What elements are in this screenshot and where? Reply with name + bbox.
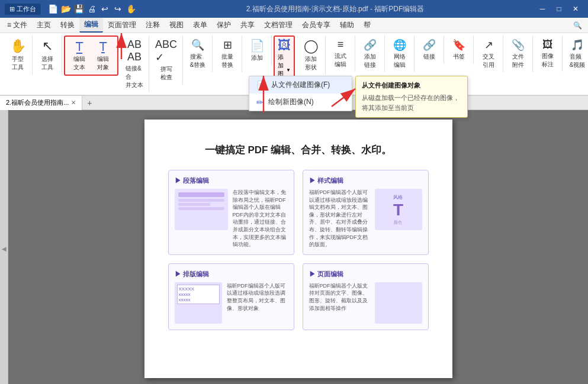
menu-bar: ≡ 文件 主页 转换 编辑 页面管理 注释 视图 表单 保护 共享 文档管理 会… [0,18,588,33]
sidebar-collapse-icon[interactable]: ◀ [2,246,7,252]
edit-object-icon: Ṯ [99,40,107,54]
menu-home[interactable]: 主页 [32,18,56,32]
feature-desc-paragraph: 在段落中编辑文本，免除布局之忧，福昕PDF编辑器个人版在编辑PDF内的非文对文本… [233,189,288,249]
tooltip-text: 从磁盘加载一个已经存在的图像，将其添加至当前页 [362,93,461,112]
add-link-button[interactable]: 🔗 添加链接 [359,37,381,71]
flow-icon: ≡ [338,38,344,51]
feature-title-paragraph: ▶ 段落编辑 [175,176,288,185]
select-tool-button[interactable]: ↖ 选择工具 [36,37,59,73]
maximize-button[interactable]: □ [551,2,567,15]
edit-object-button[interactable]: Ṯ 编辑对象 [92,38,114,73]
menu-doc-manage[interactable]: 文档管理 [259,18,297,32]
feature-img-page [375,282,422,324]
batch-icon: ⊞ [223,38,232,51]
tab-close-icon[interactable]: ✕ [71,99,76,106]
search-replace-icon: 🔍 [191,38,204,51]
pdf-title: 一键搞定 PDF 编辑、合并、转换、水印。 [168,143,429,157]
search-icon[interactable]: 🔍 [570,20,586,31]
menu-member[interactable]: 会员专享 [297,18,335,32]
draw-new-image-item[interactable]: ✏ 绘制新图像(N) [249,93,352,111]
touch-icon[interactable]: ✋ [126,4,136,14]
create-from-file-item[interactable]: 📄 从文件创建图像(F) [249,76,352,93]
bookmark-icon: 🔖 [452,38,465,51]
feature-card-layout: ▶ 排版编辑 XXXXXxxxxxxxxxx 福昕PDF编辑器个人版可以通过移动… [168,263,294,330]
close-button[interactable]: ✕ [568,2,583,15]
feature-desc-layout: 福昕PDF编辑器个人版可以通过移动或缩放段选调整整页布局，对文本、图像、形状对象 [227,282,288,324]
hand-icon: ✋ [10,38,26,54]
feature-img-paragraph [175,189,228,230]
grid-icon: ⊞ [9,5,15,13]
tooltip-title: 从文件创建图像对象 [362,81,461,90]
doc-tab-0[interactable]: 2.福昕会员使用指南... ✕ [0,96,82,110]
doc-tab-label: 2.福昕会员使用指南... [6,98,69,107]
feature-card-page: ▶ 页面编辑 福昕PDF编辑器个人版支持对页面的文字、图像、图形、旋转、截取以及… [303,263,429,330]
undo-icon[interactable]: ↩ [100,4,110,14]
tab-add-button[interactable]: + [82,96,97,109]
image-annotate-icon: 🖼 [542,38,553,51]
menu-assist[interactable]: 辅助 [335,18,359,32]
workbench-button[interactable]: ⊞ 工作台 [5,4,41,15]
feature-title-layout: ▶ 排版编辑 [175,270,288,279]
net-edit-button[interactable]: 🌐 网络编辑 [388,37,411,71]
add-doc-icon: 📄 [250,38,265,53]
attach-icon: 📎 [512,38,525,51]
edit-text-button[interactable]: T̲ 编辑文本 [68,38,91,73]
create-from-file-label: 从文件创建图像(F) [271,80,330,90]
save-icon[interactable]: 💾 [74,4,83,14]
add-image-icon: 🖼 [278,38,291,53]
file-icon: 📄 [256,80,266,90]
menu-share[interactable]: 共享 [236,18,259,32]
minimize-button[interactable]: ─ [535,2,550,15]
menu-protect[interactable]: 保护 [212,18,236,32]
add-link-icon: 🔗 [364,38,377,51]
feature-title-style: ▶ 样式编辑 [309,176,422,185]
menu-page-manage[interactable]: 页面管理 [103,18,141,32]
spell-icon: ABC✓ [155,38,177,64]
feature-img-layout: XXXXXxxxxxxxxxx [175,282,222,324]
net-icon: 🌐 [393,38,406,51]
feature-desc-style: 福昕PDF编辑器个人版可以通过移动或缩放段选编辑文档布局，对文本、图像，形状对象… [309,189,370,249]
search-replace-button[interactable]: 🔍 搜索&替换 [187,37,209,71]
add-shape-button[interactable]: ◯ 添加形状 [300,37,322,73]
link-merge-button[interactable]: ABAB 链接&合并文本 [123,37,146,91]
feature-title-page: ▶ 页面编辑 [309,270,422,279]
menu-help[interactable]: 帮 [359,18,375,32]
spell-check-button[interactable]: ABC✓ 拼写检查 [153,37,179,83]
cross-ref-button[interactable]: ↗ 交叉引用 [477,37,500,71]
draw-icon: ✏ [256,98,264,107]
menu-file[interactable]: ≡ 文件 [2,18,32,32]
feature-img-style: 风格 T 颜色 [375,189,422,230]
print-icon[interactable]: 🖨 [87,4,97,14]
feature-card-paragraph: ▶ 段落编辑 在段落中编辑文本，免除布局之忧，福昕PDF编辑器个人版在编辑PDF… [168,170,294,255]
add-image-dropdown: 📄 从文件创建图像(F) ✏ 绘制新图像(N) [249,76,352,111]
edit-text-icon: T̲ [76,40,83,54]
feature-desc-page: 福昕PDF编辑器个人版支持对页面的文字、图像、图形、旋转、截取以及及添加面相等操… [309,282,370,324]
flow-edit-button[interactable]: ≡ 流式编辑 [329,37,352,70]
batch-replace-button[interactable]: ⊞ 批量替换 [216,37,239,71]
audio-video-button[interactable]: 🎵 音频&视频 [566,37,588,71]
folder-icon[interactable]: 📂 [61,4,70,14]
image-annotate-button[interactable]: 🖼 图像标注 [536,37,559,70]
menu-form[interactable]: 表单 [188,18,212,32]
menu-convert[interactable]: 转换 [56,18,79,32]
file-attach-button[interactable]: 📎 文件附件 [507,37,529,71]
menu-annotate[interactable]: 注释 [141,18,165,32]
select-icon: ↖ [42,38,53,54]
bookmark-button[interactable]: 🔖 书签 [448,37,470,63]
menu-edit[interactable]: 编辑 [79,18,103,33]
draw-new-label: 绘制新图像(N) [268,97,314,107]
feature-card-style: ▶ 样式编辑 福昕PDF编辑器个人版可以通过移动或缩放段选编辑文档布局，对文本、… [303,170,429,255]
title-bar: ⊞ 工作台 📄 📂 💾 🖨 ↩ ↪ ✋ 2.福昕会员使用指南-演示文档-原始.p… [0,0,588,18]
link-icon: 🔗 [423,38,436,51]
cross-ref-icon: ↗ [484,38,493,51]
add-button[interactable]: 📄 添加 [246,37,268,64]
app-title: 2.福昕会员使用指南-演示文档-原始.pdf - 福昕PDF编辑器 [136,4,535,14]
redo-icon[interactable]: ↪ [113,4,123,14]
link-merge-icon: ABAB [127,38,142,63]
menu-view[interactable]: 视图 [165,18,188,32]
link-button[interactable]: 🔗 链接 [418,37,441,63]
hand-tool-button[interactable]: ✋ 手型工具 [7,37,29,73]
shape-icon: ◯ [304,38,319,54]
new-icon[interactable]: 📄 [48,4,57,14]
audio-icon: 🎵 [571,38,584,51]
